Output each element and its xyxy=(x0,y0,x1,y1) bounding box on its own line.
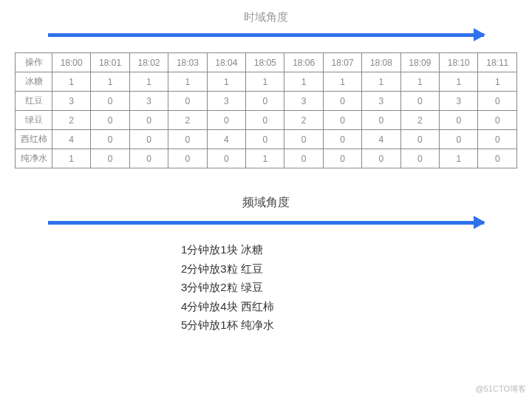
cell: 0 xyxy=(400,92,439,111)
col-header: 18:06 xyxy=(284,53,323,72)
cell: 0 xyxy=(478,149,517,168)
cell: 2 xyxy=(400,111,439,130)
time-domain-title: 时域角度 xyxy=(0,10,532,24)
cell: 2 xyxy=(284,111,323,130)
col-header: 18:07 xyxy=(323,53,361,72)
cell: 3 xyxy=(284,92,323,111)
cell: 1 xyxy=(91,72,129,92)
arrow-head-icon xyxy=(474,28,485,41)
row-label: 冰糖 xyxy=(16,72,52,92)
cell: 0 xyxy=(91,130,129,149)
col-header: 18:01 xyxy=(91,53,129,72)
cell: 1 xyxy=(168,72,207,92)
freq-domain-title: 频域角度 xyxy=(0,195,532,211)
cell: 0 xyxy=(440,130,478,149)
col-header: 18:09 xyxy=(400,53,439,72)
table-row: 绿豆200200200200 xyxy=(16,111,517,130)
col-header: 18:11 xyxy=(478,53,517,72)
row-label: 纯净水 xyxy=(16,149,52,168)
table-header-row: 操作 18:00 18:01 18:02 18:03 18:04 18:05 1… xyxy=(16,53,517,72)
cell: 1 xyxy=(246,149,284,168)
cell: 0 xyxy=(400,149,439,168)
cell: 0 xyxy=(478,111,517,130)
cell: 1 xyxy=(284,72,323,92)
cell: 1 xyxy=(52,72,91,92)
cell: 0 xyxy=(129,130,168,149)
cell: 0 xyxy=(323,92,361,111)
cell: 4 xyxy=(362,130,400,149)
cell: 0 xyxy=(323,130,361,149)
cell: 0 xyxy=(168,130,207,149)
cell: 4 xyxy=(52,130,91,149)
cell: 0 xyxy=(284,130,323,149)
col-header: 操作 xyxy=(16,53,52,72)
table-row: 红豆303030303030 xyxy=(16,92,517,111)
cell: 0 xyxy=(168,149,207,168)
cell: 0 xyxy=(284,149,323,168)
col-header: 18:04 xyxy=(207,53,245,72)
col-header: 18:03 xyxy=(168,53,207,72)
cell: 4 xyxy=(207,130,245,149)
bottom-arrow xyxy=(48,218,484,227)
cell: 0 xyxy=(246,111,284,130)
frequency-list: 1分钟放1块 冰糖 2分钟放3粒 红豆 3分钟放2粒 绿豆 4分钟放4块 西红柿… xyxy=(181,240,351,335)
cell: 1 xyxy=(323,72,361,92)
cell: 0 xyxy=(207,111,245,130)
cell: 0 xyxy=(246,130,284,149)
col-header: 18:10 xyxy=(440,53,478,72)
arrow-line-icon xyxy=(48,221,484,225)
cell: 0 xyxy=(323,149,361,168)
cell: 1 xyxy=(478,72,517,92)
cell: 0 xyxy=(129,111,168,130)
cell: 0 xyxy=(478,130,517,149)
cell: 1 xyxy=(400,72,439,92)
table-row: 西红柿400040004000 xyxy=(16,130,517,149)
cell: 0 xyxy=(478,92,517,111)
cell: 2 xyxy=(52,111,91,130)
cell: 1 xyxy=(52,149,91,168)
cell: 0 xyxy=(362,111,400,130)
table-row: 纯净水100001000010 xyxy=(16,149,517,168)
cell: 0 xyxy=(400,130,439,149)
col-header: 18:00 xyxy=(52,53,91,72)
arrow-head-icon xyxy=(474,216,485,229)
cell: 1 xyxy=(440,149,478,168)
data-table: 操作 18:00 18:01 18:02 18:03 18:04 18:05 1… xyxy=(15,52,517,168)
cell: 2 xyxy=(168,111,207,130)
cell: 1 xyxy=(362,72,400,92)
col-header: 18:02 xyxy=(129,53,168,72)
cell: 0 xyxy=(129,149,168,168)
top-arrow xyxy=(48,30,484,39)
cell: 3 xyxy=(129,92,168,111)
cell: 0 xyxy=(440,111,478,130)
cell: 1 xyxy=(246,72,284,92)
cell: 1 xyxy=(129,72,168,92)
cell: 0 xyxy=(91,92,129,111)
arrow-line-icon xyxy=(48,33,484,37)
col-header: 18:05 xyxy=(246,53,284,72)
list-item: 5分钟放1杯 纯净水 xyxy=(181,316,351,335)
list-item: 4分钟放4块 西红柿 xyxy=(181,297,351,316)
cell: 3 xyxy=(362,92,400,111)
data-table-wrap: 操作 18:00 18:01 18:02 18:03 18:04 18:05 1… xyxy=(15,52,517,168)
list-item: 3分钟放2粒 绿豆 xyxy=(181,278,351,297)
col-header: 18:08 xyxy=(362,53,400,72)
cell: 0 xyxy=(362,149,400,168)
list-item: 2分钟放3粒 红豆 xyxy=(181,259,351,279)
cell: 0 xyxy=(91,149,129,168)
row-label: 西红柿 xyxy=(16,130,52,149)
cell: 3 xyxy=(440,92,478,111)
row-label: 绿豆 xyxy=(16,111,52,130)
cell: 0 xyxy=(168,92,207,111)
footer-credit: @51CTO博客 xyxy=(476,383,526,395)
cell: 3 xyxy=(207,92,245,111)
table-row: 冰糖111111111111 xyxy=(16,72,517,92)
cell: 1 xyxy=(440,72,478,92)
cell: 0 xyxy=(246,92,284,111)
cell: 0 xyxy=(323,111,361,130)
cell: 3 xyxy=(52,92,91,111)
cell: 0 xyxy=(207,149,245,168)
cell: 1 xyxy=(207,72,245,92)
cell: 0 xyxy=(91,111,129,130)
row-label: 红豆 xyxy=(16,92,52,111)
